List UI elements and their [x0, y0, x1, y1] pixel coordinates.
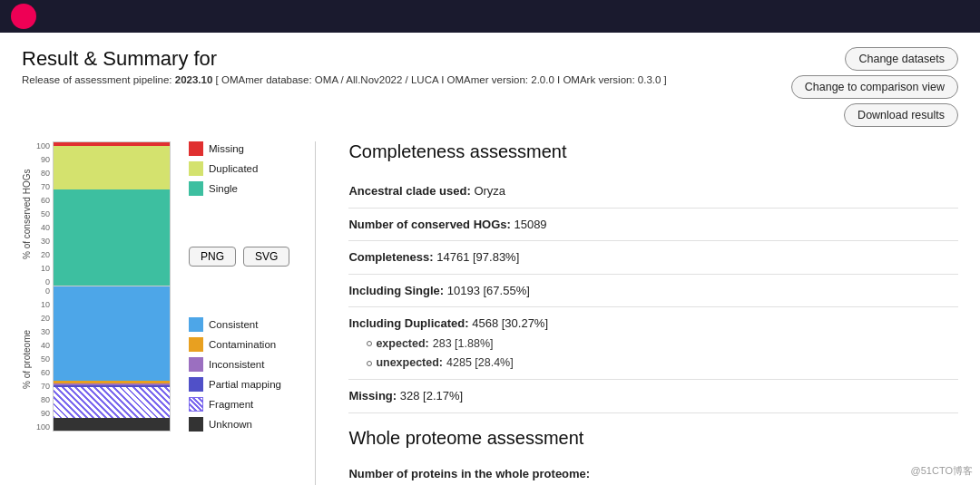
subtitle: Release of assessment pipeline: 2023.10 …: [22, 74, 667, 85]
legend-inconsistent: Inconsistent: [189, 357, 289, 372]
legend-contamination: Contamination: [189, 337, 289, 352]
ancestral-clade-row: Ancestral clade used: Oryza: [348, 175, 958, 209]
missing-row: Missing: 328 [2.17%]: [348, 380, 958, 413]
legend-partial-mapping: Partial mapping: [189, 377, 289, 392]
export-buttons: PNG SVG: [189, 247, 289, 267]
duplicated-segment: [54, 146, 170, 189]
completeness-row: Completeness: 14761 [97.83%]: [348, 241, 958, 275]
consistent-segment: [54, 286, 170, 381]
partial-mapping-color: [189, 377, 203, 392]
legend-unknown: Unknown: [189, 417, 289, 432]
legend-unknown-label: Unknown: [209, 419, 252, 430]
duplicated-sub-items: expected: 283 [1.88%] unexpected: 4285 […: [367, 335, 958, 373]
unknown-segment: [54, 418, 170, 431]
button-group: Change datasets Change to comparison vie…: [791, 47, 958, 127]
conserved-hogs-row: Number of conserved HOGs: 15089: [348, 209, 958, 242]
vertical-divider: [315, 141, 316, 485]
main-container: Result & Summary for Release of assessme…: [0, 33, 980, 485]
right-panel: Completeness assessment Ancestral clade …: [341, 141, 958, 485]
legend-top: Missing Duplicated Single: [189, 141, 289, 196]
including-single-row: Including Single: 10193 [67.55%]: [348, 275, 958, 308]
legend-single: Single: [189, 181, 289, 196]
ancestral-clade-value: Oryza: [474, 184, 505, 198]
completeness-section-title: Completeness assessment: [348, 141, 958, 162]
unexpected-item: unexpected: 4285 [28.4%]: [367, 354, 958, 372]
missing-label: Missing:: [348, 389, 397, 403]
completeness-value: 14761 [97.83%]: [436, 250, 519, 264]
bottom-bar-chart: [53, 286, 171, 432]
page-title: Result & Summary for: [22, 47, 667, 71]
fragment-color: [189, 397, 203, 412]
expected-bullet: [367, 341, 372, 346]
top-y-axis-label: % of conserved HOGs: [22, 141, 33, 286]
legend-duplicated-label: Duplicated: [209, 163, 258, 174]
fragment-segment: [54, 387, 170, 418]
legend-bottom: Consistent Contamination Inconsistent Pa…: [189, 317, 289, 432]
svg-button[interactable]: SVG: [243, 247, 289, 267]
title-section: Result & Summary for Release of assessme…: [22, 47, 667, 85]
proteins-row: Number of proteins in the whole proteome…: [348, 458, 958, 486]
consistent-color: [189, 317, 203, 332]
legend-contamination-label: Contamination: [209, 339, 276, 350]
change-datasets-button[interactable]: Change datasets: [845, 47, 958, 71]
completeness-label: Completeness:: [348, 250, 433, 264]
missing-value: 328 [2.17%]: [400, 389, 463, 403]
legend-fragment: Fragment: [189, 397, 289, 412]
conserved-hogs-value: 15089: [514, 218, 546, 231]
header-row: Result & Summary for Release of assessme…: [22, 47, 958, 127]
proteins-label: Number of proteins in the whole proteome…: [348, 467, 590, 480]
top-bar-chart: [53, 141, 171, 286]
comparison-view-button[interactable]: Change to comparison view: [791, 75, 958, 99]
conserved-hogs-label: Number of conserved HOGs:: [348, 218, 510, 231]
legend-partial-mapping-label: Partial mapping: [209, 379, 281, 390]
legend-fragment-label: Fragment: [209, 399, 253, 410]
legend-missing: Missing: [189, 141, 289, 156]
inconsistent-color: [189, 357, 203, 372]
legend-missing-label: Missing: [209, 143, 244, 154]
download-results-button[interactable]: Download results: [844, 103, 958, 127]
including-single-label: Including Single:: [348, 284, 444, 297]
including-single-value: 10193 [67.55%]: [447, 284, 530, 297]
watermark: @51CTO博客: [911, 464, 973, 478]
missing-color: [189, 141, 203, 156]
ancestral-clade-label: Ancestral clade used:: [348, 184, 470, 198]
duplicated-color: [189, 161, 203, 176]
legend-consistent: Consistent: [189, 317, 289, 332]
unexpected-bullet: [367, 361, 372, 366]
bottom-y-axis-label: % of proteome: [22, 286, 33, 432]
including-duplicated-label: Including Duplicated:: [348, 316, 468, 330]
content-row: % of conserved HOGs % of proteome 100 90…: [22, 141, 958, 485]
including-duplicated-row: Including Duplicated: 4568 [30.27%] expe…: [348, 307, 958, 380]
expected-item: expected: 283 [1.88%]: [367, 335, 958, 353]
legend-duplicated: Duplicated: [189, 161, 289, 176]
png-button[interactable]: PNG: [189, 247, 236, 267]
legend-inconsistent-label: Inconsistent: [209, 359, 264, 370]
proteome-section-title: Whole proteome assessment: [348, 428, 958, 449]
legend-single-label: Single: [209, 183, 238, 194]
legend-consistent-label: Consistent: [209, 319, 258, 330]
single-color: [189, 181, 203, 196]
including-duplicated-value: 4568 [30.27%]: [472, 316, 548, 330]
contamination-color: [189, 337, 203, 352]
app-logo: [11, 4, 36, 29]
top-bar: [0, 0, 980, 33]
single-segment: [54, 189, 170, 286]
unknown-color: [189, 417, 203, 432]
chart-area: % of conserved HOGs % of proteome 100 90…: [22, 141, 289, 485]
